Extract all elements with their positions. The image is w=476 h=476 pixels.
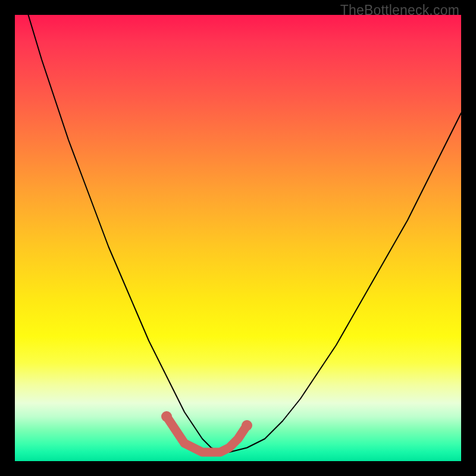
bottleneck-curve [29,15,462,452]
safe-zone-band [167,416,247,452]
chart-svg [15,15,461,461]
safe-zone-endpoint [242,420,252,431]
plot-area [15,15,461,461]
chart-container: TheBottleneck.com [0,0,476,476]
watermark-text: TheBottleneck.com [340,2,459,18]
safe-zone-endpoint [161,411,172,422]
